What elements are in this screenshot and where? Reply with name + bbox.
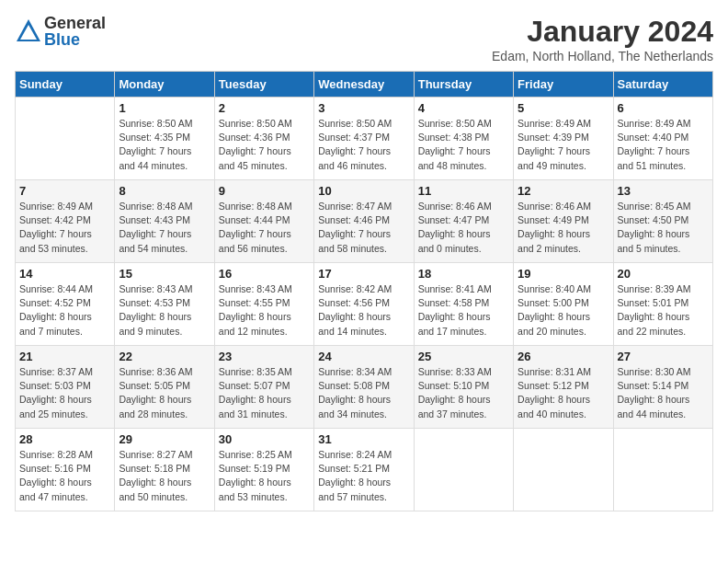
- day-info: Sunrise: 8:45 AMSunset: 4:50 PMDaylight:…: [618, 200, 709, 256]
- logo-general-text: General: [44, 15, 106, 31]
- calendar-cell: 25Sunrise: 8:33 AMSunset: 5:10 PMDayligh…: [414, 346, 513, 429]
- calendar-cell: 15Sunrise: 8:43 AMSunset: 4:53 PMDayligh…: [115, 263, 214, 346]
- calendar-cell: 9Sunrise: 8:48 AMSunset: 4:44 PMDaylight…: [214, 180, 313, 263]
- day-number: 21: [19, 350, 110, 363]
- day-info: Sunrise: 8:36 AMSunset: 5:05 PMDaylight:…: [119, 365, 210, 421]
- day-number: 20: [618, 267, 709, 281]
- calendar-cell: 12Sunrise: 8:46 AMSunset: 4:49 PMDayligh…: [514, 180, 613, 263]
- day-info: Sunrise: 8:30 AMSunset: 5:14 PMDaylight:…: [618, 365, 709, 421]
- day-info: Sunrise: 8:50 AMSunset: 4:35 PMDaylight:…: [119, 117, 210, 173]
- calendar-cell: 31Sunrise: 8:24 AMSunset: 5:21 PMDayligh…: [314, 429, 414, 511]
- day-number: 26: [518, 350, 609, 363]
- day-info: Sunrise: 8:48 AMSunset: 4:44 PMDaylight:…: [219, 200, 310, 256]
- calendar-cell: 1Sunrise: 8:50 AMSunset: 4:35 PMDaylight…: [115, 98, 214, 180]
- calendar-week-3: 14Sunrise: 8:44 AMSunset: 4:52 PMDayligh…: [16, 263, 713, 346]
- calendar-cell: 8Sunrise: 8:48 AMSunset: 4:43 PMDaylight…: [115, 180, 214, 263]
- day-number: 14: [19, 267, 110, 281]
- calendar-cell: 14Sunrise: 8:44 AMSunset: 4:52 PMDayligh…: [16, 263, 115, 346]
- header-day-friday: Friday: [514, 72, 613, 98]
- calendar-cell: 4Sunrise: 8:50 AMSunset: 4:38 PMDaylight…: [414, 98, 513, 180]
- calendar-cell: 11Sunrise: 8:46 AMSunset: 4:47 PMDayligh…: [414, 180, 513, 263]
- logo-icon: [15, 17, 42, 45]
- day-info: Sunrise: 8:49 AMSunset: 4:39 PMDaylight:…: [518, 117, 609, 173]
- header-day-tuesday: Tuesday: [214, 72, 313, 98]
- calendar-cell: 13Sunrise: 8:45 AMSunset: 4:50 PMDayligh…: [613, 180, 712, 263]
- day-info: Sunrise: 8:46 AMSunset: 4:47 PMDaylight:…: [418, 200, 509, 256]
- calendar-cell: 29Sunrise: 8:27 AMSunset: 5:18 PMDayligh…: [115, 429, 214, 511]
- logo: General Blue: [15, 15, 106, 48]
- day-info: Sunrise: 8:41 AMSunset: 4:58 PMDaylight:…: [418, 282, 509, 339]
- header: General Blue January 2024 Edam, North Ho…: [15, 15, 713, 63]
- month-title: January 2024: [492, 15, 713, 49]
- day-info: Sunrise: 8:40 AMSunset: 5:00 PMDaylight:…: [518, 282, 609, 339]
- day-number: 27: [618, 350, 709, 363]
- day-number: 10: [318, 184, 409, 198]
- day-number: 9: [219, 184, 310, 198]
- day-number: 13: [618, 184, 709, 198]
- day-info: Sunrise: 8:50 AMSunset: 4:37 PMDaylight:…: [318, 117, 409, 173]
- calendar-cell: 26Sunrise: 8:31 AMSunset: 5:12 PMDayligh…: [514, 346, 613, 429]
- day-info: Sunrise: 8:49 AMSunset: 4:42 PMDaylight:…: [19, 200, 110, 256]
- calendar-cell: 5Sunrise: 8:49 AMSunset: 4:39 PMDaylight…: [514, 98, 613, 180]
- day-info: Sunrise: 8:43 AMSunset: 4:53 PMDaylight:…: [119, 282, 210, 339]
- day-number: 1: [119, 101, 210, 115]
- day-info: Sunrise: 8:44 AMSunset: 4:52 PMDaylight:…: [19, 282, 110, 339]
- day-info: Sunrise: 8:28 AMSunset: 5:16 PMDaylight:…: [19, 448, 110, 504]
- calendar-cell: [613, 429, 712, 511]
- day-info: Sunrise: 8:50 AMSunset: 4:38 PMDaylight:…: [418, 117, 509, 173]
- day-number: 22: [119, 350, 210, 363]
- day-number: 3: [318, 101, 409, 115]
- day-number: 8: [119, 184, 210, 198]
- day-info: Sunrise: 8:48 AMSunset: 4:43 PMDaylight:…: [119, 200, 210, 256]
- header-day-monday: Monday: [115, 72, 214, 98]
- location-subtitle: Edam, North Holland, The Netherlands: [492, 49, 713, 63]
- calendar-week-5: 28Sunrise: 8:28 AMSunset: 5:16 PMDayligh…: [16, 429, 713, 511]
- calendar-table: SundayMondayTuesdayWednesdayThursdayFrid…: [15, 71, 713, 511]
- day-info: Sunrise: 8:34 AMSunset: 5:08 PMDaylight:…: [318, 365, 409, 421]
- day-info: Sunrise: 8:25 AMSunset: 5:19 PMDaylight:…: [219, 448, 310, 504]
- calendar-cell: 17Sunrise: 8:42 AMSunset: 4:56 PMDayligh…: [314, 263, 414, 346]
- day-number: 7: [19, 184, 110, 198]
- header-day-wednesday: Wednesday: [314, 72, 414, 98]
- day-number: 23: [219, 350, 310, 363]
- day-number: 6: [618, 101, 709, 115]
- day-info: Sunrise: 8:49 AMSunset: 4:40 PMDaylight:…: [618, 117, 709, 173]
- day-number: 5: [518, 101, 609, 115]
- day-info: Sunrise: 8:31 AMSunset: 5:12 PMDaylight:…: [518, 365, 609, 421]
- day-number: 15: [119, 267, 210, 281]
- day-number: 30: [219, 432, 310, 446]
- day-number: 12: [518, 184, 609, 198]
- logo-blue-text: Blue: [44, 31, 106, 48]
- day-number: 24: [318, 350, 409, 363]
- calendar-cell: 3Sunrise: 8:50 AMSunset: 4:37 PMDaylight…: [314, 98, 414, 180]
- calendar-cell: 21Sunrise: 8:37 AMSunset: 5:03 PMDayligh…: [16, 346, 115, 429]
- day-number: 11: [418, 184, 509, 198]
- day-info: Sunrise: 8:43 AMSunset: 4:55 PMDaylight:…: [219, 282, 310, 339]
- day-info: Sunrise: 8:33 AMSunset: 5:10 PMDaylight:…: [418, 365, 509, 421]
- day-info: Sunrise: 8:35 AMSunset: 5:07 PMDaylight:…: [219, 365, 310, 421]
- calendar-body: 1Sunrise: 8:50 AMSunset: 4:35 PMDaylight…: [16, 98, 713, 511]
- title-area: January 2024 Edam, North Holland, The Ne…: [492, 15, 713, 63]
- calendar-cell: 10Sunrise: 8:47 AMSunset: 4:46 PMDayligh…: [314, 180, 414, 263]
- calendar-cell: [16, 98, 115, 180]
- calendar-cell: 6Sunrise: 8:49 AMSunset: 4:40 PMDaylight…: [613, 98, 712, 180]
- day-info: Sunrise: 8:24 AMSunset: 5:21 PMDaylight:…: [318, 448, 409, 504]
- day-info: Sunrise: 8:27 AMSunset: 5:18 PMDaylight:…: [119, 448, 210, 504]
- calendar-cell: 22Sunrise: 8:36 AMSunset: 5:05 PMDayligh…: [115, 346, 214, 429]
- day-number: 29: [119, 432, 210, 446]
- calendar-cell: [514, 429, 613, 511]
- day-info: Sunrise: 8:50 AMSunset: 4:36 PMDaylight:…: [219, 117, 310, 173]
- calendar-cell: 19Sunrise: 8:40 AMSunset: 5:00 PMDayligh…: [514, 263, 613, 346]
- day-number: 19: [518, 267, 609, 281]
- day-info: Sunrise: 8:37 AMSunset: 5:03 PMDaylight:…: [19, 365, 110, 421]
- day-number: 25: [418, 350, 509, 363]
- day-info: Sunrise: 8:47 AMSunset: 4:46 PMDaylight:…: [318, 200, 409, 256]
- calendar-cell: 7Sunrise: 8:49 AMSunset: 4:42 PMDaylight…: [16, 180, 115, 263]
- calendar-cell: 16Sunrise: 8:43 AMSunset: 4:55 PMDayligh…: [214, 263, 313, 346]
- day-number: 17: [318, 267, 409, 281]
- calendar-cell: [414, 429, 513, 511]
- logo-text: General Blue: [44, 15, 106, 48]
- day-info: Sunrise: 8:42 AMSunset: 4:56 PMDaylight:…: [318, 282, 409, 339]
- calendar-week-4: 21Sunrise: 8:37 AMSunset: 5:03 PMDayligh…: [16, 346, 713, 429]
- calendar-cell: 20Sunrise: 8:39 AMSunset: 5:01 PMDayligh…: [613, 263, 712, 346]
